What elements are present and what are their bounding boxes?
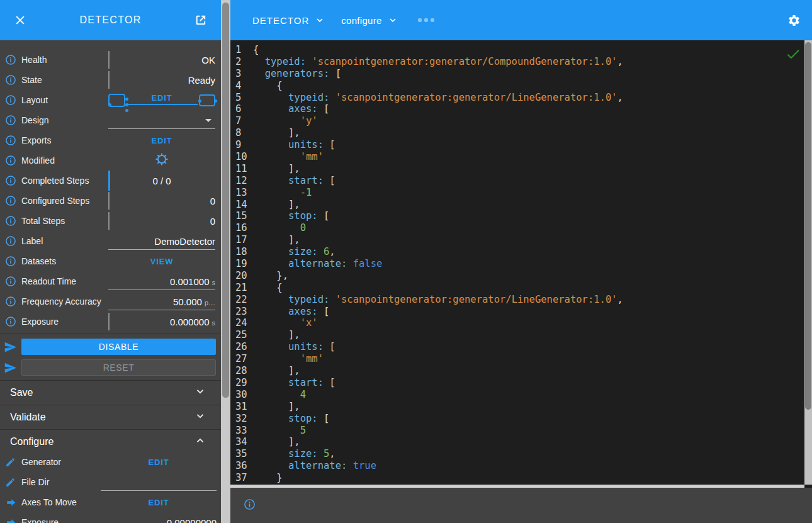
field-value-total-steps: 0 [210, 216, 215, 227]
code-line: 22 typeid: 'scanpointgenerator:generator… [230, 294, 803, 306]
detector-sidebar: HealthOKStateReadyLayoutEDITDesignExport… [0, 40, 221, 523]
code-token [253, 353, 300, 365]
editor-scrollbar-track[interactable] [804, 40, 812, 485]
section-label-configure: Configure [10, 436, 54, 447]
dropdown-caret-icon[interactable] [205, 119, 211, 122]
field-row-configured-steps: Configured Steps0 [0, 191, 221, 211]
line-number: 2 [230, 56, 253, 68]
code-token: units: [288, 341, 324, 353]
code-line: 36 alternate: true [230, 460, 803, 472]
line-number: 19 [230, 258, 253, 270]
section-configure[interactable]: Configure [0, 432, 221, 452]
field-label-exposure: Exposure [21, 517, 59, 523]
line-number: 34 [230, 436, 253, 448]
field-value-completed-steps: 0 / 0 [152, 176, 171, 186]
disable-button[interactable]: DISABLE [21, 339, 216, 355]
field-label-file-dir: File Dir [21, 477, 49, 487]
layout-wire [127, 104, 198, 105]
field-row-design: Design [0, 110, 221, 130]
field-value-area: 0.000000s [108, 312, 215, 332]
left-panel-title: DETECTOR [26, 14, 195, 26]
line-number: 18 [230, 246, 253, 258]
line-number: 16 [230, 222, 253, 234]
code-token [253, 448, 288, 460]
close-icon[interactable] [14, 14, 26, 26]
code-line: 9 units: [ [230, 139, 803, 151]
code-token: [ [318, 210, 330, 222]
field-value-area: 50.000p… [108, 291, 215, 312]
code-line: 10 'mm' [230, 151, 803, 163]
pencil-icon [5, 477, 21, 488]
field-value-frequency-accuracy[interactable]: 50.000 [173, 296, 202, 307]
code-token [253, 103, 288, 115]
code-line: 28 ], [230, 365, 803, 377]
field-row-state: StateReady [0, 70, 221, 90]
chevron-down-icon [195, 386, 206, 400]
edit-link-exports[interactable]: EDIT [152, 136, 172, 145]
code-token [253, 294, 288, 306]
field-value-area: Ready [108, 70, 215, 90]
code-line: 23 axes: [ [230, 306, 803, 318]
pencil-icon [5, 457, 21, 468]
editor-scrollbar-thumb[interactable] [805, 42, 811, 410]
field-value-exposure[interactable]: 0.000000 [170, 317, 210, 327]
line-number: 30 [230, 389, 253, 401]
section-save[interactable]: Save [0, 383, 221, 403]
app-root: DETECTOR HealthOKStateReadyLayoutEDITDes… [0, 0, 812, 523]
line-number: 13 [230, 187, 253, 199]
line-number: 36 [230, 460, 253, 472]
field-label-completed-steps: Completed Steps [21, 176, 89, 186]
line-number: 5 [230, 92, 253, 104]
code-token: true [353, 460, 376, 472]
code-token: , [617, 56, 623, 68]
value-separator [108, 51, 110, 69]
code-token [253, 377, 288, 389]
field-value-state: Ready [188, 75, 215, 86]
code-token: 4 [300, 389, 306, 401]
sidebar-scrollbar-thumb[interactable] [222, 3, 229, 398]
more-ellipsis-icon[interactable] [418, 18, 434, 22]
code-token: { [253, 282, 283, 294]
code-line: 5 typeid: 'scanpointgenerator:generator/… [230, 92, 803, 104]
sidebar-scrollbar-track[interactable] [221, 0, 230, 523]
field-row-frequency-accuracy: Frequency Accuracy50.000p… [0, 291, 221, 312]
line-number: 3 [230, 68, 253, 80]
edit-link-axes-to-move[interactable]: EDIT [149, 498, 169, 507]
line-number: 17 [230, 234, 253, 246]
field-value-health: OK [201, 55, 215, 65]
code-token: ], [253, 329, 300, 341]
code-line: 25 ], [230, 329, 803, 341]
field-value-area: EDIT [108, 90, 215, 110]
settings-gear-icon[interactable] [787, 14, 801, 27]
code-token: 'mm' [300, 353, 324, 365]
field-label-health: Health [21, 55, 47, 65]
code-line: 27 'mm' [230, 353, 803, 365]
field-row-exposure: Exposure0.00000000 [0, 512, 221, 523]
code-token [306, 56, 312, 68]
field-row-layout: LayoutEDIT [0, 90, 221, 110]
edit-link-generator[interactable]: EDIT [149, 458, 169, 467]
section-validate[interactable]: Validate [0, 407, 221, 427]
method-selector[interactable]: configure [341, 15, 397, 26]
block-selector[interactable]: DETECTOR [252, 15, 325, 26]
code-token [253, 92, 288, 104]
field-label-modified: Modified [21, 155, 55, 166]
open-in-new-icon[interactable] [195, 14, 207, 26]
field-underline [108, 310, 215, 310]
reset-button[interactable]: RESET [21, 359, 216, 376]
code-token: [ [324, 175, 336, 187]
code-token: 'scanpointgenerator:generator/LineGenera… [336, 92, 617, 104]
field-value-label[interactable]: DemoDetector [154, 236, 215, 247]
field-row-datasets: DatasetsVIEW [0, 251, 221, 271]
field-value-readout-time[interactable]: 0.001000 [170, 276, 210, 287]
layout-edit-link[interactable]: EDIT [108, 92, 215, 103]
view-link-datasets[interactable]: VIEW [150, 257, 173, 266]
field-row-modified: Modified [0, 150, 221, 171]
code-token [253, 341, 288, 353]
field-value-exposure[interactable]: 0.00000000 [167, 517, 217, 523]
code-token [253, 246, 288, 258]
info-icon [5, 115, 21, 126]
generator-code-editor[interactable]: 1{2 typeid: 'scanpointgenerator:generato… [230, 40, 812, 488]
field-value-area: VIEW [108, 251, 215, 271]
arrow-right-icon [5, 497, 21, 509]
